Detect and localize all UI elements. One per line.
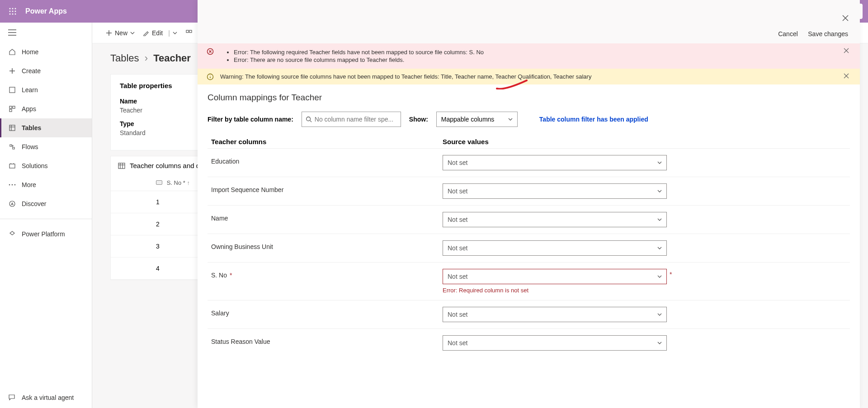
chevron-down-icon — [657, 161, 662, 164]
chevron-down-icon — [657, 190, 662, 192]
table-header-teacher: Teacher columns — [211, 138, 443, 145]
source-select[interactable]: Not set — [443, 307, 667, 322]
sidebar-item-solutions[interactable]: Solutions — [0, 156, 92, 175]
source-select[interactable]: Not set — [443, 240, 667, 256]
error-text: Error: The following required Teacher fi… — [234, 49, 837, 56]
sidebar-item-more[interactable]: More — [0, 175, 92, 194]
home-icon — [8, 48, 16, 56]
svg-rect-20 — [9, 125, 15, 131]
error-icon — [207, 48, 214, 55]
mappings-title: Column mappings for Teacher — [208, 93, 850, 103]
book-icon — [8, 86, 16, 94]
chevron-down-icon — [173, 32, 177, 34]
sidebar-item-learn[interactable]: Learn — [0, 80, 92, 99]
sidebar-item-label: More — [22, 181, 36, 188]
sidebar-item-tables[interactable]: Tables — [0, 118, 92, 137]
mapping-row: Import Sequence Number Not set — [208, 177, 850, 205]
solution-icon — [8, 162, 16, 170]
sidebar-item-label: Flows — [22, 143, 38, 150]
breadcrumb-root[interactable]: Tables — [110, 52, 139, 64]
sidebar-item-flows[interactable]: Flows — [0, 137, 92, 156]
search-icon — [306, 116, 312, 122]
source-select[interactable]: Not set — [443, 335, 667, 351]
flow-icon — [8, 143, 16, 151]
required-star: * — [670, 271, 672, 278]
svg-line-51 — [310, 121, 311, 122]
row-error-text: Error: Required column is not set — [443, 287, 846, 294]
hamburger-icon[interactable] — [0, 23, 92, 42]
source-select[interactable]: Not set — [443, 269, 667, 284]
more-icon — [8, 181, 16, 189]
show-value: Mappable columns — [441, 116, 495, 123]
svg-rect-19 — [9, 109, 12, 112]
filter-input[interactable] — [302, 112, 401, 127]
sidebar-item-discover[interactable]: Discover — [0, 194, 92, 213]
svg-point-1 — [12, 8, 14, 9]
svg-rect-33 — [189, 30, 192, 33]
mapping-row: Name Not set — [208, 205, 850, 234]
mapping-label: S. No * — [211, 269, 443, 279]
mapping-label: Salary — [211, 307, 443, 317]
sidebar: Home Create Learn Apps Tables Flows Solu… — [0, 23, 92, 408]
svg-point-26 — [9, 184, 10, 186]
source-select[interactable]: Not set — [443, 212, 667, 227]
mapping-label: Education — [211, 155, 443, 165]
sidebar-item-home[interactable]: Home — [0, 42, 92, 61]
ask-virtual-agent[interactable]: Ask a virtual agent — [0, 387, 92, 408]
sidebar-item-label: Power Platform — [22, 230, 65, 238]
show-select[interactable]: Mappable columns — [436, 112, 518, 127]
svg-rect-17 — [9, 106, 12, 108]
svg-rect-23 — [9, 164, 15, 168]
svg-point-8 — [15, 14, 16, 15]
error-text: Error: There are no source file columns … — [234, 56, 837, 63]
svg-rect-32 — [186, 30, 189, 33]
breadcrumb-sep: › — [145, 52, 148, 64]
edit-button[interactable]: Edit | — [143, 29, 177, 37]
chevron-down-icon — [130, 32, 135, 34]
svg-point-7 — [12, 14, 14, 15]
close-icon[interactable] — [844, 48, 851, 55]
sidebar-item-label: Discover — [22, 200, 46, 207]
sidebar-item-power-platform[interactable]: Power Platform — [0, 225, 92, 244]
filter-bar: Filter by table column name: Show: Mappa… — [208, 112, 850, 127]
sidebar-item-label: Apps — [22, 105, 36, 113]
sidebar-item-apps[interactable]: Apps — [0, 99, 92, 118]
close-icon[interactable] — [844, 73, 851, 80]
source-select[interactable]: Not set — [443, 155, 667, 170]
sidebar-item-create[interactable]: Create — [0, 61, 92, 80]
svg-point-27 — [12, 184, 13, 186]
mapping-row: Owning Business Unit Not set — [208, 234, 850, 262]
waffle-icon[interactable] — [5, 4, 20, 19]
grid-icon[interactable] — [185, 29, 193, 37]
dialog-actions: Cancel Save changes — [198, 0, 860, 43]
svg-rect-18 — [13, 106, 15, 108]
discover-icon — [8, 200, 16, 208]
svg-point-50 — [307, 117, 311, 121]
mapping-row: Status Reason Value Not set — [208, 328, 850, 357]
svg-rect-16 — [9, 87, 15, 93]
chevron-down-icon — [657, 342, 662, 344]
filter-input-field[interactable] — [315, 116, 397, 123]
info-icon — [207, 73, 214, 80]
mapping-label: Owning Business Unit — [211, 240, 443, 250]
sidebar-item-label: Home — [22, 48, 38, 56]
source-select[interactable]: Not set — [443, 183, 667, 199]
error-banner: Error: The following required Teacher fi… — [198, 43, 860, 69]
svg-point-3 — [9, 11, 11, 12]
mapping-label: Name — [211, 212, 443, 222]
filter-label: Filter by table column name: — [208, 116, 293, 123]
sidebar-item-label: Learn — [22, 86, 38, 94]
platform-icon — [8, 230, 16, 238]
svg-point-2 — [15, 8, 16, 9]
new-button[interactable]: New — [106, 29, 135, 37]
new-label: New — [115, 29, 127, 37]
mapping-row: Education Not set — [208, 148, 850, 177]
column-mappings-dialog: Cancel Save changes Error: The following… — [198, 0, 860, 408]
cancel-button[interactable]: Cancel — [778, 30, 798, 38]
save-changes-button[interactable]: Save changes — [808, 30, 848, 38]
chevron-down-icon — [508, 118, 513, 121]
svg-rect-34 — [118, 163, 125, 169]
dialog-close-button[interactable] — [840, 13, 851, 23]
app-title: Power Apps — [25, 7, 67, 15]
chevron-down-icon — [657, 247, 662, 249]
